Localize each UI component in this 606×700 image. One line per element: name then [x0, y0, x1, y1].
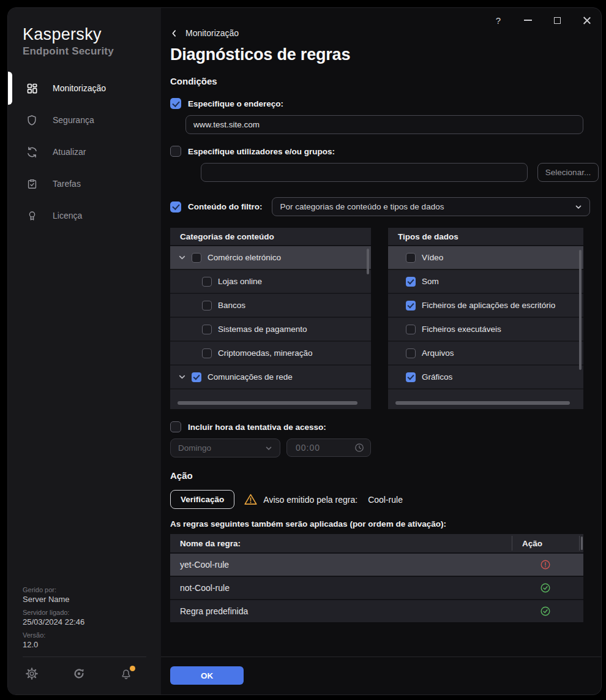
- vertical-scrollbar[interactable]: [367, 249, 369, 274]
- managed-by-value: Server Name: [23, 595, 84, 604]
- table-row[interactable]: yet-Cool-rule: [170, 552, 583, 576]
- minimize-button[interactable]: [513, 10, 542, 30]
- action-heading: Ação: [170, 470, 599, 481]
- users-input[interactable]: [201, 163, 528, 182]
- category-checkbox[interactable]: [192, 253, 201, 263]
- table-scrollbar[interactable]: [581, 536, 583, 550]
- datatype-label: Som: [422, 277, 439, 286]
- table-row[interactable]: not-Cool-rule: [170, 576, 583, 599]
- rule-name: not-Cool-rule: [170, 583, 230, 593]
- horizontal-scrollbar[interactable]: [178, 401, 357, 405]
- datatype-row[interactable]: Vídeo: [388, 246, 583, 270]
- column-divider: [512, 536, 512, 551]
- ok-button[interactable]: OK: [170, 666, 244, 685]
- select-users-button[interactable]: Selecionar...: [537, 163, 599, 182]
- datatype-row[interactable]: Ficheiros executáveis: [388, 318, 583, 342]
- day-dropdown[interactable]: Domingo: [170, 438, 280, 457]
- category-row[interactable]: Criptomoedas, mineração: [170, 342, 371, 366]
- users-label: Especifique utilizadores e/ou grupos:: [188, 147, 335, 156]
- datatype-row[interactable]: Som: [388, 270, 583, 294]
- sidebar-item-monitorizacao[interactable]: Monitorização: [8, 72, 161, 104]
- page-title: Diagnósticos de regras: [170, 45, 599, 64]
- sidebar-item-label: Licença: [53, 211, 82, 220]
- address-checkbox[interactable]: [170, 98, 181, 109]
- datatype-checkbox[interactable]: [406, 277, 416, 287]
- filter-row: Conteúdo do filtro: Por categorias de co…: [170, 197, 599, 216]
- rule-name: yet-Cool-rule: [170, 560, 229, 570]
- datatype-label: Ficheiros executáveis: [422, 325, 501, 334]
- category-row[interactable]: Lojas online: [170, 270, 371, 294]
- datatype-label: Gráficos: [422, 372, 452, 382]
- close-icon: [583, 17, 591, 24]
- license-icon: [25, 209, 39, 222]
- brand-logo: Kaspersky Endpoint Security: [8, 8, 161, 58]
- datatype-checkbox[interactable]: [406, 348, 416, 358]
- access-time-checkbox[interactable]: [170, 421, 181, 432]
- help-icon: ?: [496, 15, 501, 26]
- day-dropdown-value: Domingo: [178, 443, 265, 453]
- time-input[interactable]: 00:00: [286, 438, 371, 457]
- category-row[interactable]: Bancos: [170, 294, 371, 318]
- close-button[interactable]: [572, 10, 601, 30]
- settings-gear-icon[interactable]: [25, 667, 40, 682]
- category-row[interactable]: Comércio eletrónico: [170, 246, 371, 270]
- address-label: Especifique o endereço:: [188, 99, 283, 108]
- datatype-label: Arquivos: [422, 348, 454, 358]
- sidebar-item-atualizar[interactable]: Atualizar: [8, 136, 161, 168]
- maximize-button[interactable]: [542, 10, 572, 30]
- access-time-controls: Domingo 00:00: [170, 438, 599, 457]
- horizontal-scrollbar[interactable]: [395, 401, 570, 405]
- tasks-icon: [25, 177, 39, 190]
- sidebar-footer-icons: [8, 667, 161, 682]
- datatype-checkbox[interactable]: [406, 325, 416, 334]
- datatype-checkbox[interactable]: [406, 301, 416, 310]
- rules-caption: As regras seguintes também serão aplicad…: [170, 519, 599, 529]
- filter-dropdown[interactable]: Por categorias de conteúdo e tipos de da…: [272, 197, 590, 216]
- category-checkbox[interactable]: [202, 301, 212, 310]
- filter-checkbox[interactable]: [170, 201, 181, 213]
- sidebar-nav: Monitorização Segurança Atualizar: [8, 72, 161, 231]
- category-row[interactable]: Sistemas de pagamento: [170, 318, 371, 342]
- refresh-icon: [25, 145, 39, 159]
- support-icon[interactable]: [72, 667, 87, 682]
- notifications-bell-icon[interactable]: [119, 667, 134, 682]
- address-input[interactable]: [185, 115, 583, 134]
- category-label: Criptomoedas, mineração: [218, 348, 313, 358]
- help-button[interactable]: ?: [484, 10, 513, 30]
- category-checkbox[interactable]: [202, 277, 212, 287]
- category-row[interactable]: Comunicações de rede: [170, 366, 371, 390]
- rules-table-header: Nome da regra: Ação: [170, 534, 583, 552]
- rule-name: Regra predefinida: [170, 606, 248, 616]
- categories-panel-title: Categorias de conteúdo: [170, 228, 371, 246]
- users-checkbox[interactable]: [170, 146, 181, 157]
- filter-label: Conteúdo do filtro:: [188, 202, 262, 211]
- category-checkbox[interactable]: [192, 372, 201, 382]
- header-rule-name: Nome da regra:: [170, 539, 241, 548]
- datatype-checkbox[interactable]: [406, 372, 416, 382]
- sidebar-item-seguranca[interactable]: Segurança: [8, 104, 161, 136]
- rules-table: Nome da regra: Ação yet-Cool-rule not-Co…: [170, 534, 583, 622]
- time-value: 00:00: [296, 443, 320, 453]
- category-checkbox[interactable]: [202, 348, 212, 358]
- clock-icon: [354, 443, 364, 453]
- verification-row: Verificação Aviso emitido pela regra: Co…: [170, 490, 599, 509]
- allowed-status-icon: [541, 606, 550, 616]
- datatype-row[interactable]: Gráficos: [388, 366, 583, 390]
- datatype-row[interactable]: Ficheiros de aplicações de escritório: [388, 294, 583, 318]
- chevron-down-icon: [575, 203, 582, 211]
- sidebar-item-licenca[interactable]: Licença: [8, 200, 161, 231]
- chevron-down-icon[interactable]: [178, 254, 186, 262]
- vertical-scrollbar[interactable]: [579, 250, 582, 370]
- category-checkbox[interactable]: [202, 325, 212, 334]
- warning-text: Aviso emitido pela regra:: [263, 495, 357, 505]
- verification-button[interactable]: Verificação: [170, 490, 234, 509]
- server-info: Gerido por: Server Name Servidor ligado:…: [23, 586, 84, 649]
- chevron-down-icon[interactable]: [178, 373, 186, 381]
- back-label: Monitorização: [185, 28, 239, 38]
- datatype-checkbox[interactable]: [406, 253, 416, 263]
- back-link[interactable]: Monitorização: [170, 28, 239, 38]
- datatype-row[interactable]: Arquivos: [388, 342, 583, 366]
- table-row[interactable]: Regra predefinida: [170, 599, 583, 622]
- filter-dropdown-value: Por categorias de conteúdo e tipos de da…: [280, 202, 575, 211]
- sidebar-item-tarefas[interactable]: Tarefas: [8, 168, 161, 200]
